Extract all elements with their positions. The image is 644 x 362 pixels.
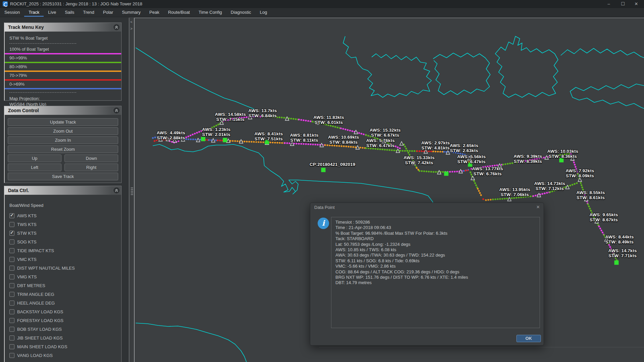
maximize-button[interactable]: ☐	[617, 0, 629, 8]
checkbox-checked-icon[interactable]	[9, 231, 14, 236]
checkbox-row-dist-wpt-nautical-miles[interactable]: DIST WPT NAUTICAL MILES	[9, 264, 117, 272]
checkbox-unchecked-icon[interactable]	[9, 266, 14, 271]
update-track-button[interactable]: Update Track	[8, 118, 118, 126]
menu-item-log[interactable]: Log	[256, 8, 272, 17]
checkbox-row-tide-impact-kts[interactable]: TIDE IMPACT KTS	[9, 246, 117, 255]
checkbox-label: STW KTS	[17, 231, 37, 236]
track-data-label[interactable]: AWS: 2.65ktsSTW: 2.63kts	[450, 143, 478, 153]
checkbox-unchecked-icon[interactable]	[9, 335, 14, 341]
checkbox-unchecked-icon[interactable]	[9, 309, 14, 314]
checkbox-unchecked-icon[interactable]	[9, 318, 14, 323]
down-button[interactable]: Down	[64, 154, 118, 162]
track-data-label[interactable]: AWS: 13.7ktsSTW: 6.84kts	[248, 108, 277, 118]
track-data-label[interactable]: AWS: 5.56ktsSTW: 6.47kts	[457, 154, 486, 164]
track-data-label[interactable]: AWS: 8.41ktsSTW: 7.51kts	[255, 131, 283, 141]
zoom-in-button[interactable]: Zoom In	[8, 136, 118, 144]
track-data-label[interactable]: AWS: 10.69ktsSTW: 8.84kts	[328, 135, 359, 145]
checkbox-row-stw-kts[interactable]: STW KTS	[9, 229, 117, 237]
track-data-label[interactable]: AWS: 2.97ktsSTW: 4.81kts	[421, 140, 450, 150]
checkbox-unchecked-icon[interactable]	[9, 257, 14, 262]
track-data-label[interactable]: AWS: 13.77ktsSTW: 6.76kts	[472, 166, 503, 176]
close-button[interactable]: ✕	[631, 0, 642, 8]
menu-item-summary[interactable]: Summary	[118, 8, 145, 17]
ok-button[interactable]: OK	[516, 335, 541, 342]
checkbox-checked-icon[interactable]	[9, 213, 14, 218]
track-data-label[interactable]: AWS: 9.65ktsSTW: 8.67kts	[590, 212, 618, 222]
checkbox-row-sog-kts[interactable]: SOG KTS	[9, 237, 117, 246]
collapse-icon[interactable]	[113, 187, 120, 193]
checkbox-row-vmg-kts[interactable]: VMG KTS	[9, 272, 117, 281]
track-data-label[interactable]: AWS: 15.33ktsSTW: 7.42kts	[404, 155, 434, 165]
checkbox-row-vmc-kts[interactable]: VMC KTS	[9, 255, 117, 264]
menu-item-trend[interactable]: Trend	[79, 8, 98, 17]
chevron-right-icon[interactable]: >	[130, 27, 132, 31]
track-data-label[interactable]: AWS: 8.81ktsSTW: 8.11kts	[290, 133, 319, 143]
splitter-grip-icon[interactable]	[131, 187, 133, 196]
menu-item-peak[interactable]: Peak	[145, 8, 164, 17]
panel-zoom-control-header[interactable]: Zoom Control	[5, 106, 121, 115]
sidebar-splitter[interactable]: < >	[129, 18, 134, 362]
track-data-label[interactable]: AWS: 14.7ktsSTW: 7.71kts	[608, 248, 637, 258]
track-data-label[interactable]: AWS: 14.58ktsSTW: 7.15kts	[215, 112, 246, 122]
checkbox-row-vang-load-kgs[interactable]: VANG LOAD KGS	[9, 351, 117, 360]
track-data-label[interactable]: AWS: 1.23ktsSTW: 2.01kts	[202, 127, 231, 137]
menu-item-sails[interactable]: Sails	[60, 8, 79, 17]
coast-bottom-left	[136, 323, 246, 362]
dialog-close-icon[interactable]: ✕	[536, 205, 540, 210]
panel-track-menu-key-header[interactable]: Track Menu Key	[5, 23, 121, 32]
data-point-line: AWS: 10.85 kts / TWS: 6.08 kts	[335, 247, 536, 253]
chevron-left-icon[interactable]: <	[130, 20, 132, 24]
checkbox-row-tws-kts[interactable]: TWS KTS	[9, 220, 117, 229]
track-data-label[interactable]: AWS: 8.44ktsSTW: 8.49kts	[605, 234, 634, 244]
track-data-label[interactable]: AWS: 8.55ktsSTW: 8.61kts	[577, 190, 605, 200]
checkbox-unchecked-icon[interactable]	[9, 222, 14, 227]
checkbox-unchecked-icon[interactable]	[9, 344, 14, 349]
menu-item-time-config[interactable]: Time Config	[194, 8, 226, 17]
checkbox-unchecked-icon[interactable]	[9, 248, 14, 253]
checkbox-unchecked-icon[interactable]	[9, 327, 14, 332]
checkpoint-label[interactable]: CP:20180421_092019	[310, 162, 355, 167]
menu-item-route-boat[interactable]: Route/Boat	[164, 8, 194, 17]
menu-item-track[interactable]: Track	[24, 8, 44, 17]
checkbox-unchecked-icon[interactable]	[9, 239, 14, 244]
checkbox-row-forestay-load-kgs[interactable]: FORESTAY LOAD KGS	[9, 316, 117, 325]
minimize-button[interactable]: –	[603, 0, 614, 8]
menu-item-diagnostic[interactable]: Diagnostic	[226, 8, 256, 17]
checkbox-row-trim-angle-deg[interactable]: TRIM ANGLE DEG	[9, 290, 117, 299]
checkbox-row-main-sheet-load-kgs[interactable]: MAIN SHEET LOAD KGS	[9, 342, 117, 351]
zoom-out-button[interactable]: Zoom Out	[8, 127, 118, 135]
track-data-label[interactable]: AWS: 4.49ktsSTW: 2.88kts	[157, 130, 185, 140]
save-track-button[interactable]: Save Track	[8, 173, 118, 180]
menu-item-polar[interactable]: Polar	[99, 8, 118, 17]
checkbox-row-backstay-load-kgs[interactable]: BACKSTAY LOAD KGS	[9, 307, 117, 316]
menu-item-live[interactable]: Live	[44, 8, 60, 17]
checkbox-row-dbt-metres[interactable]: DBT METRES	[9, 281, 117, 290]
checkbox-unchecked-icon[interactable]	[9, 283, 14, 288]
track-data-label[interactable]: AWS: 9.39ktsSTW: 8.39kts	[514, 154, 542, 164]
legend-color-bar	[5, 62, 121, 63]
checkbox-row-bob-stay-load-kgs[interactable]: BOB STAY LOAD KGS	[9, 325, 117, 333]
menu-item-session[interactable]: Session	[0, 8, 24, 17]
track-data-label[interactable]: AWS: 15.32ktsSTW: 6.67kts	[370, 128, 401, 138]
track-data-label[interactable]: AWS: 10.03ktsSTW: 8.36kts	[547, 149, 578, 159]
checkbox-row-heel-angle-deg[interactable]: HEEL ANGLE DEG	[9, 299, 117, 307]
checkbox-unchecked-icon[interactable]	[9, 292, 14, 297]
checkbox-unchecked-icon[interactable]	[9, 353, 14, 358]
track-data-label[interactable]: AWS: 7.92ktsSTW: 8.09kts	[566, 168, 594, 178]
collapse-icon[interactable]	[113, 107, 120, 114]
title-bar: ROCKIT_2025 : 20251031 : Jengu 2018 : 13…	[0, 0, 644, 8]
left-button[interactable]: Left	[8, 164, 61, 171]
collapse-icon[interactable]	[113, 24, 120, 30]
track-data-label[interactable]: AWS: 13.95ktsSTW: 7.06kts	[499, 187, 530, 197]
track-data-label[interactable]: AWS: 5.76ktsSTW: 6.47kts	[366, 138, 395, 148]
checkbox-unchecked-icon[interactable]	[9, 274, 14, 279]
checkbox-row-aws-kts[interactable]: AWS KTS	[9, 211, 117, 220]
checkbox-unchecked-icon[interactable]	[9, 301, 14, 306]
up-button[interactable]: Up	[8, 154, 61, 162]
panel-data-ctrl-header[interactable]: Data Ctrl.	[5, 186, 121, 195]
track-data-label[interactable]: AWS: 14.73ktsSTW: 7.12kts	[534, 181, 565, 191]
right-button[interactable]: Right	[64, 164, 118, 171]
reset-zoom-button[interactable]: Reset Zoom	[8, 145, 118, 153]
checkbox-row-jib-sheet-load-kgs[interactable]: JIB SHEET LOAD KGS	[9, 333, 117, 342]
track-data-label[interactable]: AWS: 11.83ktsSTW: 6.01kts	[313, 115, 344, 125]
